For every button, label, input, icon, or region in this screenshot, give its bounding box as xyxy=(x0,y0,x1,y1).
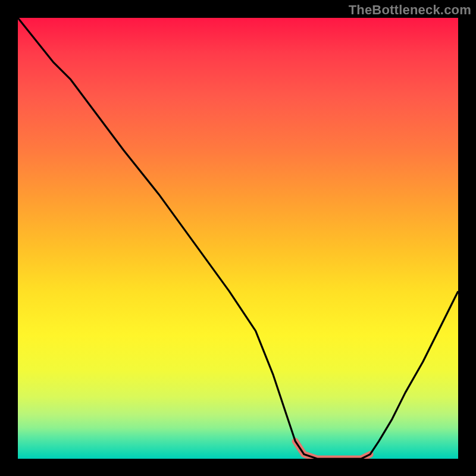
plot-area xyxy=(18,18,458,459)
curve-layer xyxy=(18,18,458,459)
chart-frame: TheBottleneck.com xyxy=(0,0,476,476)
bottleneck-curve-line xyxy=(18,18,458,459)
watermark-text: TheBottleneck.com xyxy=(349,2,471,18)
